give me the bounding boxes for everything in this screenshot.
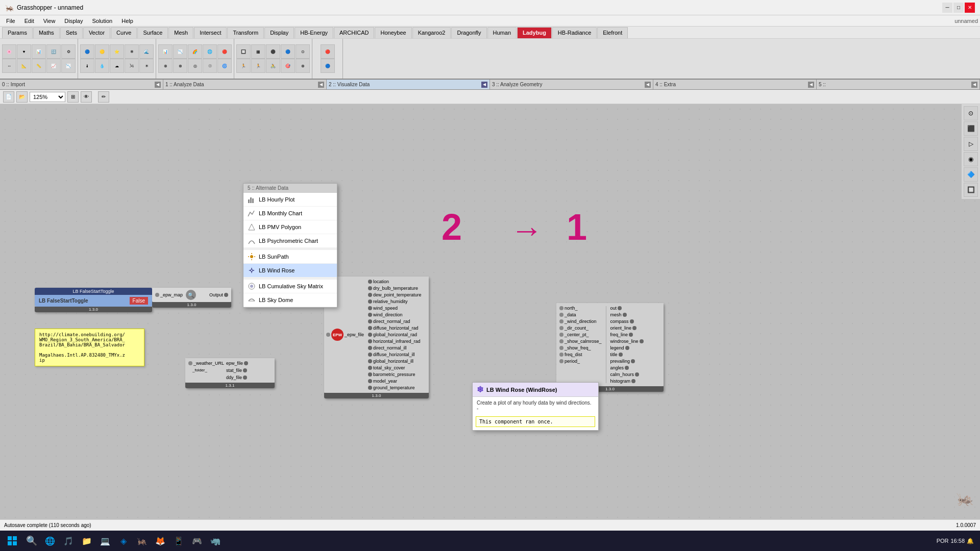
start-button[interactable] xyxy=(2,532,22,550)
menu-display[interactable]: Display xyxy=(60,17,87,25)
tab-archicad[interactable]: ARCHICAD xyxy=(334,27,374,38)
section-5-btn[interactable]: ◀ xyxy=(971,82,977,88)
toolbar-icon-33[interactable]: ⚫ xyxy=(266,44,280,59)
taskbar-rhino[interactable]: 🦏 xyxy=(206,532,225,550)
taskbar-notif[interactable]: 🔔 xyxy=(967,538,974,544)
toolbar-icon-17[interactable]: 💧 xyxy=(95,59,109,73)
taskbar-search[interactable]: 🔍 xyxy=(22,532,41,550)
wind-rose-body[interactable]: north_ _data _wind_direction _dir_count_… xyxy=(556,303,664,386)
maximize-button[interactable]: □ xyxy=(953,3,964,13)
menu-edit[interactable]: Edit xyxy=(20,17,38,25)
canvas-area[interactable]: 2 → 1 http://climate.onebuilding.org/WMO… xyxy=(0,104,980,533)
toolbar-icon-23[interactable]: 🌈 xyxy=(188,44,202,59)
tab-hbradiance[interactable]: HB-Radiance xyxy=(552,27,597,38)
close-button[interactable]: ✕ xyxy=(965,3,975,13)
section-0-btn[interactable]: ◀ xyxy=(155,82,161,88)
tab-mesh[interactable]: Mesh xyxy=(168,27,193,38)
tab-elefront[interactable]: Elefront xyxy=(597,27,628,38)
weather-url-body[interactable]: _weather_URL _folder_ epw_file stat_file xyxy=(185,358,275,383)
epw-data-body[interactable]: EPW _epw_file location dry_bulb_temperat… xyxy=(324,277,429,393)
toolbar-icon-4[interactable]: 🔢 xyxy=(46,44,61,59)
toolbar-icon-41[interactable]: 🔴 xyxy=(321,44,335,59)
canvas-icon-4[interactable]: ◉ xyxy=(964,152,978,166)
canvas-icon-1[interactable]: ⊙ xyxy=(964,106,978,120)
dropdown-cumulative-sky[interactable]: LB Cumulative Sky Matrix xyxy=(243,280,337,293)
dropdown-sunpath[interactable]: LB SunPath xyxy=(243,250,337,264)
toolbar-icon-25[interactable]: 🔴 xyxy=(217,44,232,59)
taskbar-files[interactable]: 📁 xyxy=(78,532,96,550)
tab-human[interactable]: Human xyxy=(487,27,517,38)
tab-hbenergy[interactable]: HB-Energy xyxy=(295,27,333,38)
toolbar-icon-15[interactable]: 🌊 xyxy=(139,44,154,59)
toolbar-icon-9[interactable]: 📈 xyxy=(46,59,61,73)
new-canvas-btn[interactable]: 📄 xyxy=(3,91,14,103)
tab-honeybee[interactable]: Honeybee xyxy=(375,27,411,38)
toolbar-icon-28[interactable]: ◎ xyxy=(188,59,202,73)
tab-sets[interactable]: Sets xyxy=(60,27,83,38)
zoom-select[interactable]: 125% 100% 75% xyxy=(30,92,65,102)
toggle-preview[interactable]: 👁 xyxy=(81,91,92,103)
dropdown-sky-dome[interactable]: LB Sky Dome xyxy=(243,293,337,307)
toolbar-icon-2[interactable]: ♥ xyxy=(17,44,31,59)
epw-map-body[interactable]: _epw_map 🔍 Output xyxy=(152,288,231,302)
section-2-btn[interactable]: ◀ xyxy=(481,82,487,88)
toolbar-icon-14[interactable]: ❄ xyxy=(125,44,139,59)
toolbar-icon-18[interactable]: ☁ xyxy=(110,59,124,73)
menu-solution[interactable]: Solution xyxy=(88,17,116,25)
tab-ladybug[interactable]: Ladybug xyxy=(517,27,552,38)
menu-file[interactable]: File xyxy=(2,17,19,25)
taskbar-vscode[interactable]: ◈ xyxy=(114,532,133,550)
taskbar-grasshopper[interactable]: 🦗 xyxy=(133,532,151,550)
open-canvas-btn[interactable]: 📂 xyxy=(16,91,28,103)
toolbar-icon-31[interactable]: 🔲 xyxy=(236,44,251,59)
dropdown-hourly-plot[interactable]: LB Hourly Plot xyxy=(243,193,337,207)
toolbar-icon-21[interactable]: 📊 xyxy=(158,44,173,59)
toolbar-icon-27[interactable]: ⊗ xyxy=(173,59,187,73)
toolbar-icon-42[interactable]: 🔵 xyxy=(321,59,335,73)
tab-params[interactable]: Params xyxy=(2,27,33,38)
toolbar-icon-36[interactable]: 🏃 xyxy=(236,59,251,73)
canvas-icon-5[interactable]: 🔷 xyxy=(964,167,978,182)
toolbar-icon-8[interactable]: 📏 xyxy=(32,59,46,73)
toolbar-icon-37[interactable]: 🏃 xyxy=(251,59,265,73)
toolbar-icon-20[interactable]: ☀ xyxy=(139,59,154,73)
tab-display[interactable]: Display xyxy=(264,27,294,38)
menu-help[interactable]: Help xyxy=(117,17,137,25)
dropdown-wind-rose[interactable]: LB Wind Rose xyxy=(243,264,337,278)
dropdown-pmv[interactable]: LB PMV Polygon xyxy=(243,220,337,234)
tab-vector[interactable]: Vector xyxy=(83,27,110,38)
toolbar-icon-40[interactable]: ⊕ xyxy=(296,59,310,73)
toolbar-icon-22[interactable]: 📉 xyxy=(173,44,187,59)
toolbar-icon-19[interactable]: 🌬 xyxy=(125,59,139,73)
toolbar-icon-5[interactable]: ⚙ xyxy=(61,44,76,59)
draw-tool[interactable]: ✏ xyxy=(98,91,109,103)
toolbar-icon-11[interactable]: 🔵 xyxy=(80,44,94,59)
toolbar-icon-29[interactable]: ☉ xyxy=(203,59,217,73)
menu-view[interactable]: View xyxy=(39,17,60,25)
toolbar-icon-30[interactable]: 🌀 xyxy=(217,59,232,73)
taskbar-spotify[interactable]: 🎵 xyxy=(59,532,78,550)
tab-surface[interactable]: Surface xyxy=(137,27,168,38)
toolbar-icon-13[interactable]: ⭐ xyxy=(110,44,124,59)
canvas-icon-2[interactable]: ⬛ xyxy=(964,121,978,136)
toolbar-icon-38[interactable]: 🚴 xyxy=(266,59,280,73)
taskbar-game[interactable]: 🎮 xyxy=(188,532,206,550)
tab-transform[interactable]: Transform xyxy=(227,27,264,38)
taskbar-browser[interactable]: 🌐 xyxy=(41,532,59,550)
tab-intersect[interactable]: Intersect xyxy=(194,27,227,38)
tab-kangaroo2[interactable]: Kangaroo2 xyxy=(412,27,451,38)
section-3-btn[interactable]: ◀ xyxy=(645,82,651,88)
toolbar-icon-24[interactable]: 🌐 xyxy=(203,44,217,59)
toolbar-icon-10[interactable]: 📉 xyxy=(61,59,76,73)
toolbar-icon-35[interactable]: ⊙ xyxy=(296,44,310,59)
fit-view-btn[interactable]: ⊞ xyxy=(67,91,79,103)
canvas-icon-6[interactable]: 🔲 xyxy=(964,183,978,197)
toolbar-icon-26[interactable]: ⊕ xyxy=(158,59,173,73)
toolbar-icon-16[interactable]: 🌡 xyxy=(80,59,94,73)
canvas-icon-3[interactable]: ▷ xyxy=(964,137,978,151)
section-4-btn[interactable]: ◀ xyxy=(808,82,814,88)
dropdown-monthly-chart[interactable]: LB Monthly Chart xyxy=(243,207,337,220)
toolbar-icon-6[interactable]: ↔ xyxy=(2,59,16,73)
toolbar-icon-34[interactable]: 🔵 xyxy=(281,44,295,59)
toolbar-icon-12[interactable]: 🟡 xyxy=(95,44,109,59)
